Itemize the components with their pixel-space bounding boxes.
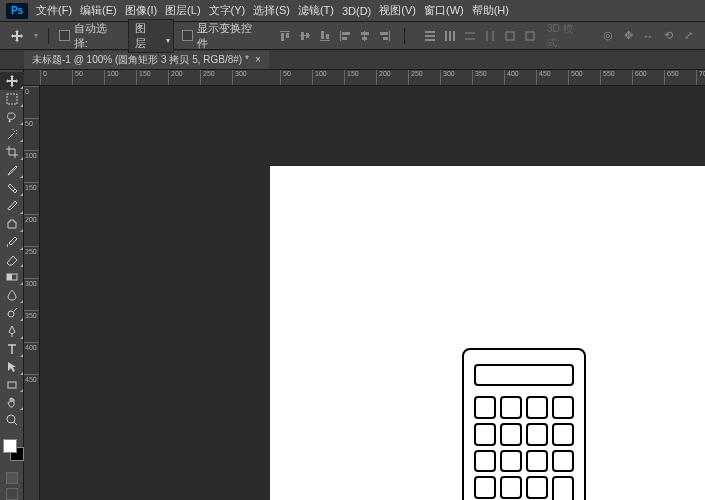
show-transform-checkbox[interactable]: 显示变换控件 [182,21,262,51]
svg-rect-16 [380,32,388,35]
foreground-color[interactable] [3,439,17,453]
menu-view[interactable]: 视图(V) [379,3,416,18]
svg-rect-11 [342,37,347,40]
svg-rect-15 [389,31,390,41]
align-hcenter-icon[interactable] [356,27,374,45]
svg-rect-17 [383,37,388,40]
calc-key [500,450,522,473]
menu-bar: Ps 文件(F) 编辑(E) 图像(I) 图层(L) 文字(Y) 选择(S) 滤… [0,0,705,22]
magic-wand-tool[interactable] [0,126,24,144]
svg-rect-14 [362,37,367,40]
menu-image[interactable]: 图像(I) [125,3,157,18]
blur-tool[interactable] [0,286,24,304]
svg-point-31 [7,415,15,423]
options-bar: ▾ 自动选择: 图层 显示变换控件 3D 模式: ◎ ✥ ↔ ⟲ ⤢ [0,22,705,50]
distribute-6-icon[interactable] [521,27,539,45]
svg-rect-24 [506,32,514,40]
quick-mask-toggle[interactable] [0,472,23,484]
svg-rect-20 [425,39,435,41]
move-tool[interactable] [0,72,24,90]
distribute-1-icon[interactable] [421,27,439,45]
healing-tool[interactable] [0,179,24,197]
distribute-2-icon[interactable] [441,27,459,45]
canvas-area: 0 50 100 150 200 250 300 50 100 150 200 … [24,70,705,500]
dodge-tool[interactable] [0,304,24,322]
artboard[interactable] [270,166,705,500]
workspace: 0 50 100 150 200 250 300 50 100 150 200 … [0,70,705,500]
menu-type[interactable]: 文字(Y) [209,3,246,18]
3d-orbit-icon[interactable]: ◎ [599,27,617,45]
toolbox [0,70,24,500]
calculator-shape[interactable] [462,348,586,500]
calc-key [526,476,548,499]
svg-rect-0 [280,31,290,32]
brush-tool[interactable] [0,197,24,215]
align-top-icon[interactable] [276,27,294,45]
svg-rect-1 [281,33,284,41]
svg-rect-4 [301,32,304,40]
hand-tool[interactable] [0,393,24,411]
marquee-tool[interactable] [0,90,24,108]
3d-scale-icon[interactable]: ⤢ [679,27,697,45]
svg-rect-5 [306,33,309,38]
close-tab-icon[interactable]: × [255,54,261,65]
ruler-horizontal[interactable]: 0 50 100 150 200 250 300 50 100 150 200 … [24,70,705,86]
align-vcenter-icon[interactable] [296,27,314,45]
canvas-viewport[interactable] [40,86,705,500]
path-select-tool[interactable] [0,358,24,376]
menu-filter[interactable]: 滤镜(T) [298,3,334,18]
mode-3d-controls: ◎ ✥ ↔ ⟲ ⤢ [599,27,697,45]
pen-tool[interactable] [0,322,24,340]
align-bottom-icon[interactable] [316,27,334,45]
svg-rect-21 [445,31,447,41]
menu-window[interactable]: 窗口(W) [424,3,464,18]
svg-rect-18 [425,31,435,33]
menu-3d[interactable]: 3D(D) [342,5,371,17]
calc-key [500,476,522,499]
gradient-tool[interactable] [0,268,24,286]
zoom-tool[interactable] [0,411,24,429]
type-tool[interactable] [0,340,24,358]
svg-rect-13 [361,32,369,35]
calc-key [552,423,574,446]
calc-key [474,450,496,473]
rectangle-tool[interactable] [0,376,24,394]
distribute-5-icon[interactable] [501,27,519,45]
screen-mode-toggle[interactable] [0,488,23,500]
distribute-3-icon[interactable] [461,27,479,45]
menu-file[interactable]: 文件(F) [36,3,72,18]
calc-key [526,396,548,419]
svg-point-29 [8,311,14,317]
menu-help[interactable]: 帮助(H) [472,3,509,18]
3d-rotate-icon[interactable]: ⟲ [659,27,677,45]
ruler-vertical[interactable]: 0 50 100 150 200 250 300 350 400 450 [24,86,40,500]
svg-rect-2 [286,33,289,38]
clone-tool[interactable] [0,215,24,233]
menu-layer[interactable]: 图层(L) [165,3,200,18]
align-left-icon[interactable] [336,27,354,45]
distribute-4-icon[interactable] [481,27,499,45]
document-tab[interactable]: 未标题-1 @ 100% (圆角矩形 3 拷贝 5, RGB/8#) * × [24,51,269,69]
distribute-controls [421,27,539,45]
3d-pan-icon[interactable]: ✥ [619,27,637,45]
move-tool-icon[interactable] [8,27,26,45]
auto-select-checkbox[interactable]: 自动选择: [59,21,120,51]
color-swatches[interactable] [0,437,24,464]
crop-tool[interactable] [0,143,24,161]
calc-key [474,476,496,499]
menu-edit[interactable]: 编辑(E) [80,3,117,18]
auto-select-label: 自动选择: [74,21,121,51]
calc-key [474,423,496,446]
show-transform-label: 显示变换控件 [197,21,262,51]
history-brush-tool[interactable] [0,233,24,251]
svg-rect-28 [7,274,12,280]
align-right-icon[interactable] [376,27,394,45]
auto-select-dropdown[interactable]: 图层 [128,19,174,53]
calc-key [526,450,548,473]
3d-slide-icon[interactable]: ↔ [639,27,657,45]
eyedropper-tool[interactable] [0,161,24,179]
svg-rect-8 [326,34,329,39]
menu-select[interactable]: 选择(S) [253,3,290,18]
eraser-tool[interactable] [0,251,24,269]
lasso-tool[interactable] [0,108,24,126]
